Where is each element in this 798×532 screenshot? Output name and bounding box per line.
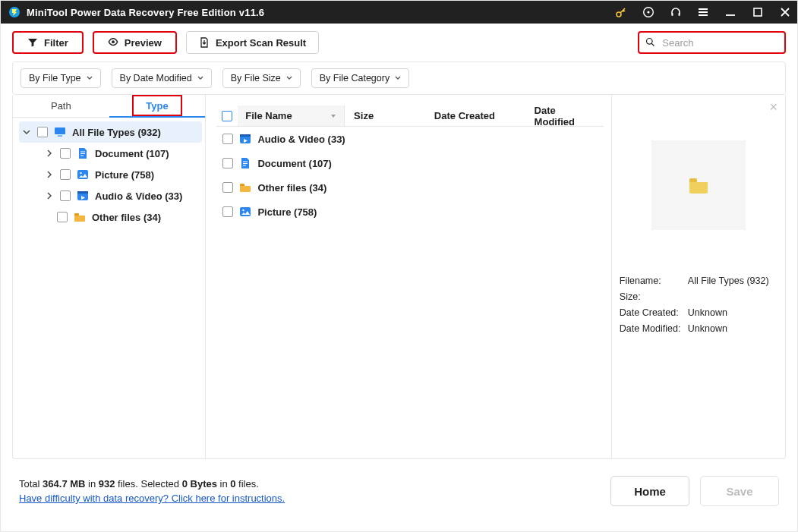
close-panel-icon[interactable]: × xyxy=(769,99,777,115)
maximize-icon[interactable] xyxy=(752,6,764,18)
search-input[interactable] xyxy=(661,36,778,49)
filter-button[interactable]: Filter xyxy=(12,31,84,54)
chevron-down-icon[interactable] xyxy=(22,127,31,137)
tree-root[interactable]: All File Types (932) xyxy=(19,121,202,143)
col-date-modified[interactable]: Date Modified xyxy=(525,105,604,127)
checkbox[interactable] xyxy=(60,190,71,201)
search-box[interactable] xyxy=(638,31,786,54)
preview-thumbnail xyxy=(651,140,746,230)
svg-rect-9 xyxy=(55,127,65,134)
export-icon xyxy=(199,37,210,48)
tab-label: Path xyxy=(39,95,84,117)
checkbox[interactable] xyxy=(222,182,233,193)
tree-node-label: Document (107) xyxy=(95,148,169,159)
filter-by-date-modified[interactable]: By Date Modified xyxy=(112,68,212,88)
col-label: File Name xyxy=(245,110,292,121)
svg-rect-19 xyxy=(240,207,251,216)
document-icon xyxy=(77,147,89,159)
tab-path[interactable]: Path xyxy=(13,95,109,118)
tree-node-label: Audio & Video (33) xyxy=(95,190,182,202)
filter-by-file-size[interactable]: By File Size xyxy=(222,68,301,88)
menu-icon[interactable] xyxy=(697,6,709,18)
filter-label: Filter xyxy=(44,37,68,49)
svg-rect-6 xyxy=(754,8,762,16)
svg-rect-21 xyxy=(689,178,697,182)
tree-node-audiovideo[interactable]: Audio & Video (33) xyxy=(42,185,202,206)
tree-node-document[interactable]: Document (107) xyxy=(42,143,202,164)
svg-rect-17 xyxy=(240,134,251,137)
svg-rect-10 xyxy=(58,136,62,137)
checkbox[interactable] xyxy=(60,169,71,180)
select-all-checkbox[interactable] xyxy=(222,111,232,121)
folder-icon xyxy=(74,211,86,223)
grid-row[interactable]: Other files (34) xyxy=(216,175,603,200)
filter-by-file-category[interactable]: By File Category xyxy=(311,68,409,88)
tree-root-label: All File Types (932) xyxy=(72,127,161,138)
checkbox[interactable] xyxy=(60,148,71,159)
checkbox[interactable] xyxy=(57,212,68,222)
svg-point-3 xyxy=(647,11,649,13)
preview-label: Preview xyxy=(125,37,162,49)
pill-label: By File Type xyxy=(29,73,81,83)
checkbox[interactable] xyxy=(37,127,48,137)
headphones-icon[interactable] xyxy=(670,6,682,18)
minimize-icon[interactable] xyxy=(724,6,736,18)
svg-rect-14 xyxy=(77,191,88,194)
status-text: Total 364.7 MB in 932 files. Selected 0 … xyxy=(19,478,285,490)
home-button[interactable]: Home xyxy=(610,476,689,506)
details-panel: Filename:All File Types (932) Size: Date… xyxy=(620,275,777,334)
pill-label: By File Size xyxy=(231,73,281,83)
meta-val: Unknown xyxy=(688,307,727,318)
help-link[interactable]: Have difficulty with data recovery? Clic… xyxy=(19,493,285,504)
col-date-created[interactable]: Date Created xyxy=(425,110,525,121)
video-icon xyxy=(239,133,251,145)
pill-label: By Date Modified xyxy=(120,73,192,83)
row-label: Audio & Video (33) xyxy=(257,134,345,145)
sort-icon xyxy=(330,113,336,119)
folder-icon xyxy=(239,181,251,194)
chevron-down-icon xyxy=(87,75,93,81)
preview-button[interactable]: Preview xyxy=(93,31,177,54)
chevron-right-icon[interactable] xyxy=(45,170,54,179)
row-label: Other files (34) xyxy=(257,182,326,194)
svg-rect-15 xyxy=(74,213,79,216)
eye-icon xyxy=(108,37,118,48)
filter-by-file-type[interactable]: By File Type xyxy=(21,68,101,88)
col-size[interactable]: Size xyxy=(345,110,425,121)
svg-point-20 xyxy=(243,209,244,211)
chevron-down-icon xyxy=(197,75,203,81)
svg-point-12 xyxy=(80,172,81,174)
checkbox[interactable] xyxy=(222,206,233,217)
export-label: Export Scan Result xyxy=(216,37,306,49)
tree-node-other[interactable]: Other files (34) xyxy=(54,206,202,228)
key-icon[interactable] xyxy=(615,6,627,18)
grid-row[interactable]: Picture (758) xyxy=(216,200,603,224)
chevron-right-icon[interactable] xyxy=(45,191,54,200)
video-icon xyxy=(77,190,89,202)
meta-key: Date Modified: xyxy=(620,323,688,334)
close-icon[interactable] xyxy=(779,6,791,18)
tab-label: Type xyxy=(132,95,181,116)
svg-point-8 xyxy=(646,38,652,44)
tree-node-label: Picture (758) xyxy=(95,169,154,181)
meta-key: Size: xyxy=(620,291,688,302)
app-title: MiniTool Power Data Recovery Free Editio… xyxy=(27,7,264,18)
grid-row[interactable]: Audio & Video (33) xyxy=(216,127,603,151)
disc-icon[interactable] xyxy=(642,6,654,18)
checkbox[interactable] xyxy=(222,158,233,168)
tab-type[interactable]: Type xyxy=(109,95,206,118)
col-file-name[interactable]: File Name xyxy=(238,105,345,126)
pill-label: By File Category xyxy=(320,73,390,83)
folder-icon xyxy=(689,177,708,194)
save-button[interactable]: Save xyxy=(700,476,779,506)
svg-rect-11 xyxy=(77,170,88,179)
checkbox[interactable] xyxy=(222,134,233,144)
tree-node-picture[interactable]: Picture (758) xyxy=(42,164,202,185)
chevron-right-icon[interactable] xyxy=(45,149,54,158)
document-icon xyxy=(239,157,251,169)
grid-row[interactable]: Document (107) xyxy=(216,151,603,175)
export-scan-button[interactable]: Export Scan Result xyxy=(186,31,319,54)
row-label: Document (107) xyxy=(257,158,332,169)
search-icon xyxy=(645,37,654,48)
grid-header: File Name Size Date Created Date Modifie… xyxy=(216,105,603,127)
